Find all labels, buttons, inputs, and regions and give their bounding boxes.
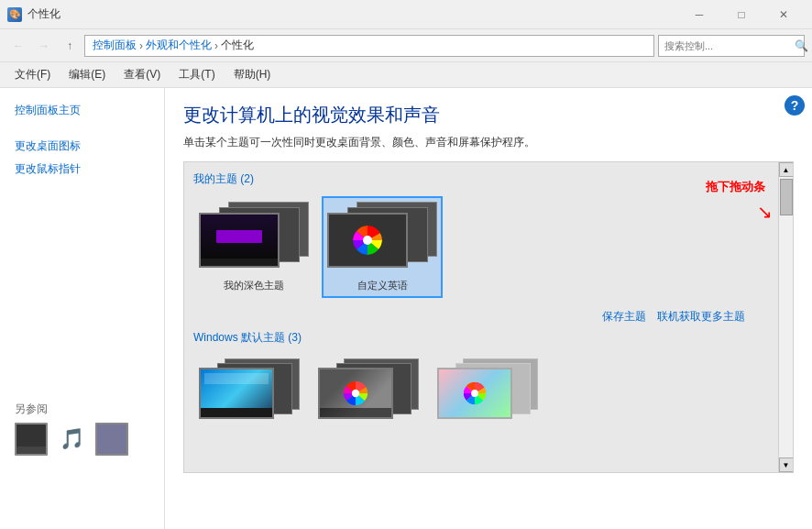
close-button[interactable]: ✕ <box>763 0 805 29</box>
restore-button[interactable]: □ <box>720 0 763 29</box>
content-area: ? 更改计算机上的视觉效果和声音 单击某个主题可一次性同时更改桌面背景、颜色、声… <box>165 88 812 529</box>
sidebar: 控制面板主页 更改桌面图标 更改鼠标指针 另参阅 🎵 <box>0 88 165 529</box>
search-input[interactable] <box>664 40 791 51</box>
scrollbar[interactable]: ▲ ▼ <box>778 162 793 472</box>
page-desc: 单击某个主题可一次性同时更改桌面背景、颜色、声音和屏幕保护程序。 <box>183 135 794 150</box>
bottom-icon-1 <box>15 423 48 456</box>
address-path[interactable]: 控制面板 › 外观和个性化 › 个性化 <box>84 35 654 57</box>
annotation-arrow: ↘ <box>757 201 773 223</box>
app-icon: 🎨 <box>7 7 22 22</box>
theme-dark[interactable]: 我的深色主题 <box>193 196 314 298</box>
windows-themes-label: Windows 默认主题 (3) <box>193 330 769 346</box>
up-button[interactable]: ↑ <box>59 35 81 57</box>
separator1: › <box>139 39 143 52</box>
menubar: 文件(F) 编辑(E) 查看(V) 工具(T) 帮助(H) <box>0 62 812 88</box>
scrollbar-down-button[interactable]: ▼ <box>779 457 794 472</box>
sidebar-also-section: 另参阅 🎵 <box>0 394 163 463</box>
save-area: 保存主题 联机获取更多主题 <box>193 305 754 328</box>
windows-themes-grid <box>193 353 769 433</box>
menu-tools[interactable]: 工具(T) <box>171 63 222 86</box>
win-preview-3 <box>437 358 538 427</box>
window-title: 个性化 <box>27 6 678 22</box>
sidebar-mouse-link[interactable]: 更改鼠标指针 <box>0 158 164 181</box>
separator2: › <box>214 39 218 52</box>
breadcrumb-current: 个性化 <box>221 38 254 53</box>
flowers-color-icon <box>342 380 369 407</box>
scrollbar-thumb[interactable] <box>780 179 793 215</box>
win-theme-3[interactable] <box>432 353 543 433</box>
bottom-icons: 🎵 <box>15 423 148 456</box>
win-preview-2 <box>318 358 419 427</box>
bottom-icon-3 <box>95 423 128 456</box>
theme-custom[interactable]: 自定义英语 <box>322 196 443 298</box>
my-themes-label: 我的主题 (2) <box>193 171 769 187</box>
windows-themes-section: Windows 默认主题 (3) <box>193 330 769 433</box>
menu-file[interactable]: 文件(F) <box>7 63 58 86</box>
svg-point-1 <box>363 236 372 245</box>
minimize-button[interactable]: ─ <box>678 0 720 29</box>
sidebar-home-link[interactable]: 控制面板主页 <box>0 99 164 122</box>
win-theme-1[interactable] <box>193 353 305 433</box>
menu-help[interactable]: 帮助(H) <box>226 63 279 86</box>
nature-color-icon <box>462 380 488 406</box>
custom-theme-preview <box>327 202 437 275</box>
back-button[interactable]: ← <box>7 35 29 57</box>
win-theme-2[interactable] <box>313 353 424 433</box>
color-wheel-icon <box>351 224 384 257</box>
bottom-icon-2: 🎵 <box>55 423 88 456</box>
search-box[interactable]: 🔍 <box>658 35 805 57</box>
my-themes-grid: 我的深色主题 <box>193 196 769 298</box>
svg-point-5 <box>471 390 478 397</box>
custom-theme-name: 自定义英语 <box>357 279 408 292</box>
themes-panel: ▲ ▼ 拖下拖动条 ↘ 我的主题 (2) <box>183 161 794 473</box>
get-more-themes-link[interactable]: 联机获取更多主题 <box>657 309 745 325</box>
also-label: 另参阅 <box>15 402 148 417</box>
breadcrumb-controlpanel[interactable]: 控制面板 <box>93 38 137 53</box>
svg-point-3 <box>352 390 359 397</box>
forward-button[interactable]: → <box>33 35 55 57</box>
scrollbar-up-button[interactable]: ▲ <box>779 162 794 177</box>
save-theme-link[interactable]: 保存主题 <box>602 309 646 325</box>
dark-theme-preview <box>199 202 309 275</box>
sidebar-desktop-icon-link[interactable]: 更改桌面图标 <box>0 135 164 158</box>
win-preview-1 <box>199 358 300 427</box>
main-layout: 控制面板主页 更改桌面图标 更改鼠标指针 另参阅 🎵 ? 更改计算机上的视觉效果… <box>0 88 812 529</box>
addressbar: ← → ↑ 控制面板 › 外观和个性化 › 个性化 🔍 <box>0 29 812 62</box>
breadcrumb-appearance[interactable]: 外观和个性化 <box>146 38 212 53</box>
menu-edit[interactable]: 编辑(E) <box>61 63 113 86</box>
dark-theme-name: 我的深色主题 <box>224 279 284 292</box>
menu-view[interactable]: 查看(V) <box>116 63 168 86</box>
help-button[interactable]: ? <box>785 95 805 116</box>
titlebar: 🎨 个性化 ─ □ ✕ <box>0 0 812 29</box>
search-icon: 🔍 <box>795 39 808 52</box>
titlebar-buttons: ─ □ ✕ <box>678 0 805 29</box>
page-title: 更改计算机上的视觉效果和声音 <box>183 103 794 127</box>
themes-content: 我的主题 (2) <box>184 162 778 442</box>
